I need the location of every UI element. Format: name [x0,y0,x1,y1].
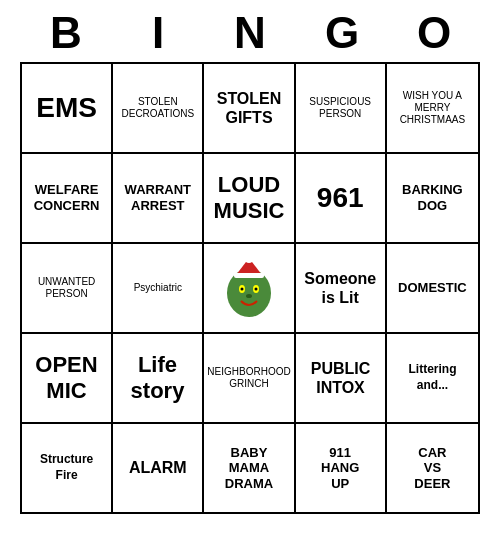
cell-text-2-3: Someone is Lit [304,269,376,307]
cell-text-3-2: NEIGHBORHOOD GRINCH [207,366,290,390]
cell-text-0-0: EMS [36,93,97,124]
svg-point-6 [241,288,244,291]
bingo-cell-1-4: BARKING DOG [387,154,478,242]
cell-text-4-2: BABY MAMA DRAMA [225,445,273,492]
bingo-cell-0-2: STOLEN GIFTS [204,64,295,152]
bingo-row-0: EMSSTOLEN DECROATIONSSTOLEN GIFTSSUSPICI… [22,64,478,154]
bingo-row-2: UNWANTED PERSONPsychiatricSomeone is Lit… [22,244,478,334]
cell-text-2-1: Psychiatric [134,282,182,294]
bingo-cell-4-1: ALARM [113,424,204,512]
svg-point-7 [255,288,258,291]
bingo-cell-1-2: LOUD MUSIC [204,154,295,242]
bingo-cell-1-3: 961 [296,154,387,242]
cell-text-1-3: 961 [317,183,364,214]
bingo-row-3: OPEN MICLife storyNEIGHBORHOOD GRINCHPUB… [22,334,478,424]
bingo-cell-4-0: Structure Fire [22,424,113,512]
bingo-cell-3-4: Littering and... [387,334,478,422]
bingo-title: B I N G O [20,0,480,62]
bingo-row-4: Structure FireALARMBABY MAMA DRAMA911 HA… [22,424,478,512]
letter-i: I [118,8,198,58]
cell-text-3-4: Littering and... [408,362,456,393]
bingo-row-1: WELFARE CONCERNWARRANT ARRESTLOUD MUSIC9… [22,154,478,244]
cell-text-0-1: STOLEN DECROATIONS [122,96,195,120]
letter-n: N [210,8,290,58]
bingo-cell-0-4: WISH YOU A MERRY CHRISTMAAS [387,64,478,152]
cell-text-1-1: WARRANT ARREST [125,182,191,213]
bingo-cell-4-2: BABY MAMA DRAMA [204,424,295,512]
bingo-cell-0-1: STOLEN DECROATIONS [113,64,204,152]
cell-text-1-4: BARKING DOG [402,182,463,213]
cell-text-1-0: WELFARE CONCERN [34,182,100,213]
bingo-cell-1-0: WELFARE CONCERN [22,154,113,242]
bingo-cell-3-1: Life story [113,334,204,422]
bingo-cell-3-3: PUBLIC INTOX [296,334,387,422]
bingo-cell-0-3: SUSPICIOUS PERSON [296,64,387,152]
bingo-cell-2-2 [204,244,295,332]
bingo-cell-2-1: Psychiatric [113,244,204,332]
bingo-cell-0-0: EMS [22,64,113,152]
bingo-cell-2-4: DOMESTIC [387,244,478,332]
bingo-cell-2-0: UNWANTED PERSON [22,244,113,332]
svg-rect-2 [234,273,264,278]
bingo-grid: EMSSTOLEN DECROATIONSSTOLEN GIFTSSUSPICI… [20,62,480,514]
cell-text-0-2: STOLEN GIFTS [217,89,282,127]
bingo-cell-2-3: Someone is Lit [296,244,387,332]
cell-text-3-1: Life story [131,352,185,405]
cell-text-3-3: PUBLIC INTOX [311,359,371,397]
cell-text-0-4: WISH YOU A MERRY CHRISTMAAS [400,90,466,126]
cell-text-4-4: CAR VS DEER [414,445,450,492]
bingo-cell-4-4: CAR VS DEER [387,424,478,512]
cell-text-2-0: UNWANTED PERSON [38,276,95,300]
bingo-cell-1-1: WARRANT ARREST [113,154,204,242]
cell-text-4-1: ALARM [129,458,187,477]
letter-g: G [302,8,382,58]
bingo-cell-3-0: OPEN MIC [22,334,113,422]
cell-text-0-3: SUSPICIOUS PERSON [309,96,371,120]
bingo-cell-4-3: 911 HANG UP [296,424,387,512]
grinch-icon [214,253,284,323]
svg-point-3 [245,255,253,263]
cell-text-4-0: Structure Fire [40,452,93,483]
svg-point-8 [246,294,252,298]
letter-o: O [394,8,474,58]
cell-text-2-4: DOMESTIC [398,280,467,296]
bingo-cell-3-2: NEIGHBORHOOD GRINCH [204,334,296,422]
cell-text-4-3: 911 HANG UP [321,445,359,492]
cell-text-1-2: LOUD MUSIC [214,172,285,225]
cell-text-3-0: OPEN MIC [35,352,97,405]
letter-b: B [26,8,106,58]
